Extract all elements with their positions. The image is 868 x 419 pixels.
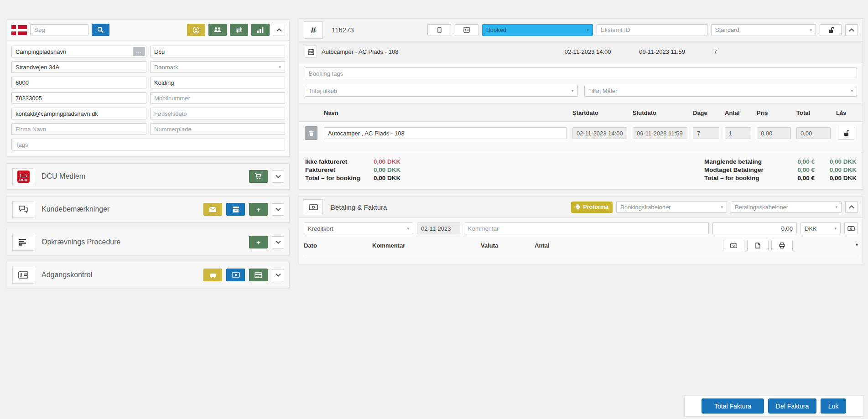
address-input[interactable] [11,61,146,73]
col-header-total: Total [796,109,831,116]
cart-icon [255,173,262,180]
missing-payment-eur: 0,00 € [782,158,815,165]
add-procedure-button[interactable]: + [249,236,268,248]
search-input[interactable] [30,24,88,36]
company-input[interactable] [11,123,146,135]
country-select[interactable]: Danmark ▾ [150,61,285,73]
booking-templates-select[interactable]: Bookingskabeloner ▾ [616,201,727,213]
booking-status-value: Booked [486,26,506,33]
booking-status-select[interactable]: Booked ▾ [482,24,593,36]
section-kundebemaerkninger: Kundebemærkninger + [7,196,290,222]
calendar-icon [305,46,317,58]
payments-money-button[interactable] [723,240,744,251]
payment-collapse-button[interactable] [845,201,858,213]
customer-group-button[interactable] [208,24,227,36]
name-more-button[interactable]: … [133,47,145,56]
proforma-label: Proforma [583,204,608,210]
booking-collapse-button[interactable] [845,24,858,36]
banknote-icon [730,243,737,248]
delete-line-button[interactable] [305,126,317,140]
booking-template-value: Standard [715,26,739,33]
customer-transfer-button[interactable]: ⇄ [230,24,248,36]
payment-comment-input[interactable] [464,222,709,234]
payment-amount-input[interactable] [712,222,797,234]
banknote-icon [232,272,240,278]
line-lock-button[interactable] [838,127,854,140]
customer-panel: ⇄ … Danmark [7,19,290,288]
dcu-expand-button[interactable] [272,171,284,183]
customer-profile-button[interactable] [187,24,205,36]
booking-lock-button[interactable] [820,24,842,36]
proforma-button[interactable]: Proforma [571,202,613,213]
total-booking-value: 0,00 DKK [374,175,400,181]
total-invoice-button[interactable]: Total Faktura [702,398,764,414]
chevron-up-icon [849,28,854,32]
chevron-down-icon: ▾ [587,28,589,32]
contact-card-icon [463,27,470,33]
line-end-input[interactable] [633,127,687,139]
add-note-button[interactable]: + [249,203,268,216]
zip-input[interactable] [11,77,146,88]
payment-method-select[interactable]: Kreditkort ▾ [304,222,413,234]
phone-input[interactable] [11,92,146,104]
city-input[interactable] [150,77,285,88]
chevron-down-icon: ▾ [279,65,281,69]
line-days-input[interactable] [693,127,719,139]
chevron-down-icon: ▾ [835,205,837,209]
archive-icon [232,206,239,213]
currency-select[interactable]: DKK ▾ [800,222,841,234]
payment-date-input[interactable] [417,222,460,234]
campsite-name-input[interactable] [11,46,146,57]
attention-input[interactable] [150,46,285,57]
customer-tags-input[interactable] [11,139,285,150]
cash-access-button[interactable] [226,269,245,281]
vehicle-access-button[interactable] [203,269,222,281]
booking-tags-input[interactable] [305,67,857,79]
section-adgangskontrol: Adgangskontrol [7,262,290,288]
procedure-expand-button[interactable] [272,236,284,248]
partial-invoice-button[interactable]: Del Faktura [768,398,816,414]
line-total-input[interactable] [796,127,831,139]
email-input[interactable] [11,108,146,119]
mobile-input[interactable] [150,92,285,104]
line-name-input[interactable] [324,127,567,139]
card-access-button[interactable] [249,269,268,281]
trash-icon [309,130,314,136]
close-button[interactable]: Luk [821,398,846,414]
col-header-laas: Lås [836,109,857,116]
plate-input[interactable] [150,123,285,135]
dcu-logo-text: DCU [19,178,27,182]
customer-collapse-button[interactable] [273,24,285,36]
external-id-input[interactable] [597,24,707,36]
add-meter-select[interactable]: Tilføj Måler ▾ [584,85,858,97]
payment-card: Betaling & Faktura Proforma Bookingskabe… [299,196,863,265]
line-price-input[interactable] [757,127,791,139]
id-card-icon [12,267,34,284]
invoice-totals: Ikke faktureret 0,00 DKK Faktureret 0,00… [305,158,400,181]
customer-statistics-button[interactable] [251,24,270,36]
payment-templates-select[interactable]: Betalingsskabeloner ▾ [731,201,842,213]
access-expand-button[interactable] [272,269,284,281]
chevron-down-icon [275,207,281,211]
line-start-input[interactable] [572,127,627,139]
archive-notes-button[interactable] [226,203,245,216]
banknote-icon [847,226,855,231]
booking-templates-value: Bookingskabeloner [620,204,671,211]
send-mail-button[interactable] [203,203,222,216]
payments-document-button[interactable] [747,240,769,251]
payment-header: Betaling & Faktura Proforma Bookingskabe… [299,197,863,218]
add-addon-select[interactable]: Tilføj tilkøb ▾ [305,85,578,97]
plus-icon: + [256,239,260,246]
notes-expand-button[interactable] [272,203,284,216]
search-button[interactable] [92,24,109,36]
dcu-shop-button[interactable] [249,170,268,183]
birthdate-input[interactable] [150,108,285,119]
line-qty-input[interactable] [725,127,751,139]
booking-template-select[interactable]: Standard ▾ [711,24,816,36]
payments-print-button[interactable] [771,240,793,251]
booking-summary-row[interactable]: Autocamper - AC Plads - 108 02-11-2023 1… [299,41,863,62]
register-payment-button[interactable] [844,222,858,234]
booking-line-row [299,122,863,142]
contact-card-button[interactable] [455,24,478,36]
mobile-button[interactable] [427,24,451,36]
